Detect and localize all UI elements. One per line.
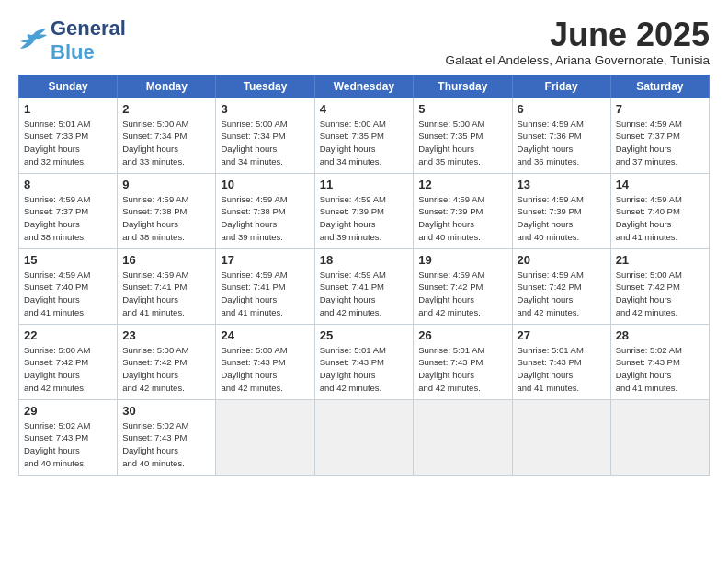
day-info: Sunrise: 4:59 AM Sunset: 7:40 PM Dayligh… (616, 193, 704, 244)
table-row: 14 Sunrise: 4:59 AM Sunset: 7:40 PM Dayl… (610, 173, 709, 248)
day-number: 27 (518, 328, 606, 342)
day-info: Sunrise: 4:59 AM Sunset: 7:39 PM Dayligh… (518, 193, 606, 244)
day-info: Sunrise: 5:01 AM Sunset: 7:43 PM Dayligh… (518, 344, 606, 395)
day-info: Sunrise: 4:59 AM Sunset: 7:40 PM Dayligh… (24, 269, 112, 319)
table-row: 2 Sunrise: 5:00 AM Sunset: 7:34 PM Dayli… (118, 98, 216, 173)
table-row: 24 Sunrise: 5:00 AM Sunset: 7:43 PM Dayl… (216, 324, 314, 399)
day-info: Sunrise: 5:02 AM Sunset: 7:43 PM Dayligh… (24, 419, 112, 470)
table-row: 3 Sunrise: 5:00 AM Sunset: 7:34 PM Dayli… (216, 98, 314, 173)
day-info: Sunrise: 4:59 AM Sunset: 7:41 PM Dayligh… (221, 269, 309, 319)
day-info: Sunrise: 5:01 AM Sunset: 7:43 PM Dayligh… (320, 344, 409, 395)
day-info: Sunrise: 4:59 AM Sunset: 7:38 PM Dayligh… (221, 193, 309, 244)
day-info: Sunrise: 5:00 AM Sunset: 7:42 PM Dayligh… (122, 344, 210, 395)
table-row: 9 Sunrise: 4:59 AM Sunset: 7:38 PM Dayli… (118, 173, 216, 248)
day-number: 9 (122, 178, 210, 191)
day-number: 8 (24, 178, 112, 191)
table-row: 8 Sunrise: 4:59 AM Sunset: 7:37 PM Dayli… (19, 173, 118, 248)
day-number: 25 (320, 328, 409, 342)
day-number: 3 (221, 102, 309, 116)
day-info: Sunrise: 5:01 AM Sunset: 7:33 PM Dayligh… (24, 118, 112, 168)
day-number: 17 (221, 253, 309, 267)
day-number: 11 (320, 178, 409, 191)
table-row: 18 Sunrise: 4:59 AM Sunset: 7:41 PM Dayl… (314, 248, 414, 324)
table-row: 17 Sunrise: 4:59 AM Sunset: 7:41 PM Dayl… (216, 248, 314, 324)
day-info: Sunrise: 4:59 AM Sunset: 7:39 PM Dayligh… (320, 193, 409, 244)
day-info: Sunrise: 4:59 AM Sunset: 7:38 PM Dayligh… (122, 193, 210, 244)
day-number: 13 (518, 178, 606, 191)
day-number: 19 (418, 253, 506, 267)
table-row: 20 Sunrise: 4:59 AM Sunset: 7:42 PM Dayl… (512, 248, 610, 324)
day-number: 22 (24, 328, 112, 342)
col-monday: Monday (118, 75, 216, 98)
table-row: 21 Sunrise: 5:00 AM Sunset: 7:42 PM Dayl… (610, 248, 709, 324)
table-row: 4 Sunrise: 5:00 AM Sunset: 7:35 PM Dayli… (314, 98, 414, 173)
day-info: Sunrise: 5:01 AM Sunset: 7:43 PM Dayligh… (418, 344, 506, 395)
day-info: Sunrise: 4:59 AM Sunset: 7:36 PM Dayligh… (518, 118, 606, 168)
col-thursday: Thursday (414, 75, 512, 98)
day-info: Sunrise: 4:59 AM Sunset: 7:42 PM Dayligh… (518, 269, 606, 319)
table-row (414, 399, 512, 475)
day-number: 10 (221, 178, 309, 191)
table-row: 23 Sunrise: 5:00 AM Sunset: 7:42 PM Dayl… (118, 324, 216, 399)
day-info: Sunrise: 4:59 AM Sunset: 7:41 PM Dayligh… (122, 269, 210, 319)
day-info: Sunrise: 4:59 AM Sunset: 7:42 PM Dayligh… (418, 269, 506, 319)
page: General Blue June 2025 Galaat el Andeles… (0, 0, 728, 488)
table-row: 13 Sunrise: 4:59 AM Sunset: 7:39 PM Dayl… (512, 173, 610, 248)
day-number: 2 (122, 102, 210, 116)
location-subtitle: Galaat el Andeless, Ariana Governorate, … (446, 53, 710, 67)
day-number: 14 (616, 178, 704, 191)
day-number: 15 (24, 253, 112, 267)
table-row: 5 Sunrise: 5:00 AM Sunset: 7:35 PM Dayli… (414, 98, 512, 173)
table-row: 15 Sunrise: 4:59 AM Sunset: 7:40 PM Dayl… (19, 248, 118, 324)
col-tuesday: Tuesday (216, 75, 314, 98)
day-number: 5 (418, 102, 506, 116)
table-row (314, 399, 414, 475)
table-row: 27 Sunrise: 5:01 AM Sunset: 7:43 PM Dayl… (512, 324, 610, 399)
table-row (512, 399, 610, 475)
day-number: 30 (122, 404, 210, 418)
day-number: 20 (518, 253, 606, 267)
day-info: Sunrise: 4:59 AM Sunset: 7:39 PM Dayligh… (418, 193, 506, 244)
day-number: 24 (221, 328, 309, 342)
day-number: 7 (616, 102, 704, 116)
day-number: 28 (616, 328, 704, 342)
day-number: 21 (616, 253, 704, 267)
table-row: 16 Sunrise: 4:59 AM Sunset: 7:41 PM Dayl… (118, 248, 216, 324)
table-row: 1 Sunrise: 5:01 AM Sunset: 7:33 PM Dayli… (19, 98, 118, 173)
table-row: 26 Sunrise: 5:01 AM Sunset: 7:43 PM Dayl… (414, 324, 512, 399)
day-number: 26 (418, 328, 506, 342)
col-wednesday: Wednesday (314, 75, 414, 98)
table-row: 22 Sunrise: 5:00 AM Sunset: 7:42 PM Dayl… (19, 324, 118, 399)
day-number: 6 (518, 102, 606, 116)
day-info: Sunrise: 5:00 AM Sunset: 7:34 PM Dayligh… (221, 118, 309, 168)
header: General Blue June 2025 Galaat el Andeles… (18, 17, 710, 67)
table-row: 19 Sunrise: 4:59 AM Sunset: 7:42 PM Dayl… (414, 248, 512, 324)
title-block: June 2025 Galaat el Andeless, Ariana Gov… (446, 17, 710, 67)
calendar-table: Sunday Monday Tuesday Wednesday Thursday… (18, 75, 710, 476)
table-row: 12 Sunrise: 4:59 AM Sunset: 7:39 PM Dayl… (414, 173, 512, 248)
day-number: 12 (418, 178, 506, 191)
day-info: Sunrise: 5:00 AM Sunset: 7:35 PM Dayligh… (320, 118, 409, 168)
month-title: June 2025 (446, 17, 710, 53)
day-number: 23 (122, 328, 210, 342)
day-info: Sunrise: 5:00 AM Sunset: 7:42 PM Dayligh… (24, 344, 112, 395)
table-row: 11 Sunrise: 4:59 AM Sunset: 7:39 PM Dayl… (314, 173, 414, 248)
day-info: Sunrise: 5:00 AM Sunset: 7:42 PM Dayligh… (616, 269, 704, 319)
day-number: 16 (122, 253, 210, 267)
day-info: Sunrise: 5:02 AM Sunset: 7:43 PM Dayligh… (616, 344, 704, 395)
table-row: 10 Sunrise: 4:59 AM Sunset: 7:38 PM Dayl… (216, 173, 314, 248)
table-row: 29 Sunrise: 5:02 AM Sunset: 7:43 PM Dayl… (19, 399, 118, 475)
day-info: Sunrise: 5:00 AM Sunset: 7:35 PM Dayligh… (418, 118, 506, 168)
day-number: 1 (24, 102, 112, 116)
logo-blue: Blue (51, 40, 95, 63)
day-info: Sunrise: 4:59 AM Sunset: 7:37 PM Dayligh… (24, 193, 112, 244)
table-row: 7 Sunrise: 4:59 AM Sunset: 7:37 PM Dayli… (610, 98, 709, 173)
day-info: Sunrise: 4:59 AM Sunset: 7:41 PM Dayligh… (320, 269, 409, 319)
table-row: 6 Sunrise: 4:59 AM Sunset: 7:36 PM Dayli… (512, 98, 610, 173)
logo-bird-icon (18, 29, 48, 52)
day-info: Sunrise: 4:59 AM Sunset: 7:37 PM Dayligh… (616, 118, 704, 168)
table-row: 25 Sunrise: 5:01 AM Sunset: 7:43 PM Dayl… (314, 324, 414, 399)
day-number: 4 (320, 102, 409, 116)
col-friday: Friday (512, 75, 610, 98)
table-row (216, 399, 314, 475)
